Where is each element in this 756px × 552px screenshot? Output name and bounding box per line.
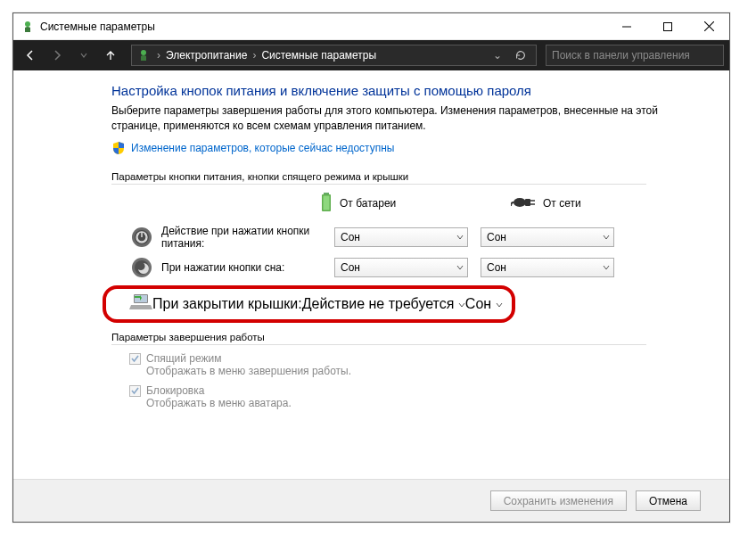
row-sleep-label: При нажатии кнопки сна:	[161, 261, 334, 274]
battery-icon	[320, 192, 333, 216]
column-plugged: От сети	[511, 194, 645, 213]
power-icon	[129, 225, 154, 250]
row-power-button: Действие при нажатии кнопки питания: Сон…	[129, 225, 729, 250]
column-battery-label: От батареи	[340, 197, 396, 210]
content-area: Настройка кнопок питания и включение защ…	[13, 70, 729, 522]
checkbox-icon[interactable]	[129, 385, 141, 397]
maximize-button[interactable]	[647, 13, 688, 40]
save-button[interactable]: Сохранить изменения	[490, 490, 627, 511]
checkbox-lock-sub: Отображать в меню аватара.	[146, 397, 292, 409]
checkbox-lock-title: Блокировка	[146, 384, 292, 397]
breadcrumb-item[interactable]: Системные параметры	[261, 49, 376, 62]
footer: Сохранить изменения Отмена	[13, 479, 729, 522]
up-button[interactable]	[99, 44, 122, 67]
svg-rect-8	[324, 195, 330, 210]
chevron-down-icon	[456, 231, 464, 243]
page-title: Настройка кнопок питания и включение защ…	[13, 70, 729, 103]
svg-point-5	[141, 50, 146, 55]
svg-rect-6	[324, 193, 329, 194]
change-unavailable-link[interactable]: Изменение параметров, которые сейчас нед…	[131, 142, 395, 154]
refresh-button[interactable]	[509, 45, 532, 66]
sleep-battery-dropdown[interactable]: Сон	[334, 258, 468, 277]
chevron-down-icon	[603, 261, 610, 274]
sleep-plugged-dropdown[interactable]: Сон	[481, 258, 614, 277]
checkbox-icon[interactable]	[129, 353, 141, 365]
breadcrumb[interactable]: › Электропитание › Системные параметры ⌄	[131, 45, 537, 66]
minimize-button[interactable]	[606, 13, 647, 40]
column-battery: От батареи	[320, 192, 454, 216]
checkbox-sleep-sub: Отображать в меню завершения работы.	[146, 365, 351, 377]
svg-point-9	[514, 198, 526, 207]
checkbox-sleep-mode: Спящий режим Отображать в меню завершени…	[129, 352, 729, 377]
search-input[interactable]: Поиск в панели управления	[546, 45, 724, 66]
chevron-right-icon: ›	[251, 49, 258, 62]
checkbox-sleep-title: Спящий режим	[146, 352, 351, 365]
shield-icon	[111, 141, 126, 155]
page-description: Выберите параметры завершения работы для…	[13, 103, 729, 139]
search-placeholder: Поиск в панели управления	[552, 49, 690, 62]
forward-button[interactable]	[45, 44, 69, 67]
window-title: Системные параметры	[40, 21, 155, 33]
column-plugged-label: От сети	[543, 197, 581, 210]
laptop-icon	[129, 292, 152, 316]
power-battery-dropdown[interactable]: Сон	[334, 227, 468, 247]
back-button[interactable]	[19, 44, 42, 67]
lid-battery-dropdown[interactable]: Действие не требуется	[302, 296, 465, 312]
chevron-down-icon	[603, 231, 610, 243]
row-sleep-button: При нажатии кнопки сна: Сон Сон	[129, 255, 729, 280]
checkbox-lock: Блокировка Отображать в меню аватара.	[129, 384, 729, 409]
cancel-button[interactable]: Отмена	[636, 490, 701, 511]
close-button[interactable]	[688, 13, 729, 40]
section-buttons-lid: Параметры кнопки питания, кнопки спящего…	[111, 171, 646, 185]
breadcrumb-dropdown-icon[interactable]: ⌄	[491, 49, 505, 62]
svg-rect-2	[664, 22, 672, 30]
chevron-down-icon	[456, 261, 464, 274]
power-plugged-dropdown[interactable]: Сон	[481, 227, 614, 247]
power-plan-icon	[136, 47, 152, 63]
section-shutdown: Параметры завершения работы	[111, 332, 646, 345]
titlebar: Системные параметры	[13, 13, 729, 40]
app-icon	[21, 20, 35, 34]
svg-point-0	[25, 21, 30, 27]
navbar: › Электропитание › Системные параметры ⌄…	[13, 40, 729, 70]
chevron-down-icon	[496, 296, 503, 311]
window: Системные параметры	[12, 12, 730, 523]
lid-plugged-dropdown[interactable]: Сон	[465, 296, 503, 312]
plug-icon	[511, 194, 536, 213]
row-lid-label: При закрытии крышки:	[152, 296, 302, 312]
chevron-down-icon	[458, 296, 465, 311]
svg-rect-10	[525, 199, 530, 206]
sleep-icon	[129, 255, 154, 280]
recent-dropdown[interactable]	[72, 44, 95, 67]
breadcrumb-item[interactable]: Электропитание	[166, 49, 247, 62]
row-lid-close-highlighted: При закрытии крышки: Действие не требует…	[103, 285, 515, 323]
row-power-label: Действие при нажатии кнопки питания:	[161, 225, 334, 250]
chevron-right-icon: ›	[155, 49, 162, 62]
